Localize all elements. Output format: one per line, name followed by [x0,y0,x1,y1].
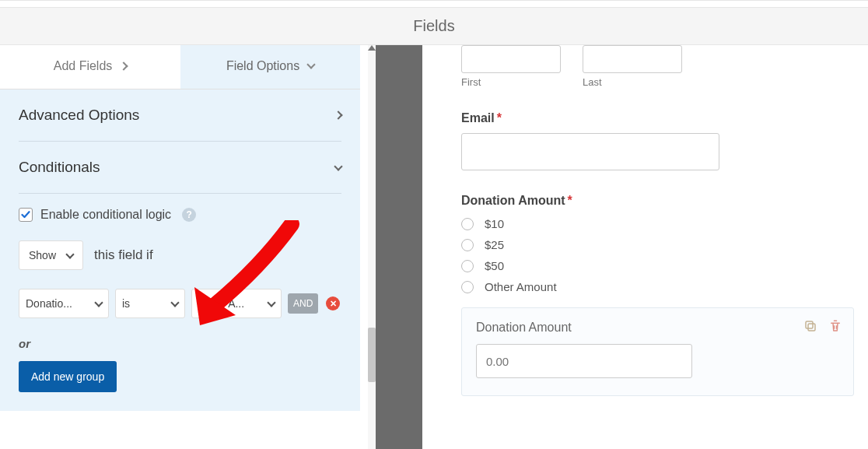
svg-rect-1 [806,321,813,328]
duplicate-icon[interactable] [803,319,817,333]
select-value: Other A... [198,297,244,310]
donation-options: $10 $25 $50 Other Amount [461,217,854,293]
select-value: is [122,297,130,310]
radio-option-other[interactable]: Other Amount [461,280,854,293]
tabs: Add Fields Field Options [0,45,360,89]
scroll-thumb[interactable] [368,328,376,382]
chevron-down-icon [94,298,103,307]
show-hide-select[interactable]: Show [19,240,83,270]
donation-amount-label: Donation Amount* [461,194,854,208]
chevron-down-icon [170,298,179,307]
rule-row: Donatio... is Other A... AND [19,289,341,318]
add-new-group-button[interactable]: Add new group [19,361,117,392]
chevron-down-icon [65,250,74,258]
check-icon [21,210,30,219]
radio-label: $25 [485,238,504,251]
top-bar [0,0,868,8]
card-actions [803,319,842,333]
chevron-right-icon [334,110,342,119]
last-name-label: Last [583,76,682,88]
required-asterisk: * [568,194,572,207]
field-options-body: Advanced Options Conditionals Enable con… [0,89,360,411]
preview-gutter [376,45,422,449]
enable-conditional-label: Enable conditional logic [40,208,171,222]
section-label: Advanced Options [19,107,139,124]
radio-label: Other Amount [485,280,557,293]
radio-icon [461,281,474,293]
show-suffix-text: this field if [94,247,153,263]
or-separator: or [19,337,341,350]
first-name-input[interactable] [461,45,561,73]
tab-add-fields[interactable]: Add Fields [0,45,180,89]
show-row: Show this field if [19,240,341,270]
radio-option-25[interactable]: $25 [461,238,854,251]
rule-field-select[interactable]: Donatio... [19,289,109,318]
scroll-up-icon [368,45,376,51]
section-advanced-options[interactable]: Advanced Options [19,89,341,142]
required-asterisk: * [497,111,502,125]
chevron-down-icon [306,60,315,68]
email-input[interactable] [461,133,719,170]
donation-amount-input[interactable] [476,344,692,378]
help-icon[interactable]: ? [182,208,196,222]
rule-value-select[interactable]: Other A... [191,289,282,318]
select-value: Show [29,249,56,261]
radio-icon [461,260,474,272]
radio-option-10[interactable]: $10 [461,217,854,230]
email-label: Email* [461,111,854,125]
radio-label: $10 [485,217,504,230]
last-name-input[interactable] [583,45,682,73]
select-value: Donatio... [26,297,72,310]
radio-icon [461,239,474,251]
chevron-right-icon [119,61,128,70]
svg-rect-0 [808,324,815,331]
section-conditionals[interactable]: Conditionals [19,142,341,194]
and-label: AND [293,298,313,309]
chevron-down-icon [334,162,342,170]
radio-label: $50 [485,259,504,272]
card-title: Donation Amount [476,321,839,335]
radio-icon [461,218,474,230]
left-panel-scrollbar[interactable] [368,45,376,449]
rule-operator-select[interactable]: is [115,289,185,318]
main: Add Fields Field Options Advanced Option… [0,45,868,449]
radio-option-50[interactable]: $50 [461,259,854,272]
left-panel: Add Fields Field Options Advanced Option… [0,45,368,449]
label-text: Donation Amount [461,194,565,207]
button-label: Add new group [31,370,104,383]
tab-label: Add Fields [54,59,113,72]
conditionals-body: Enable conditional logic ? Show this fie… [19,194,341,411]
tab-label: Field Options [226,59,299,72]
delete-rule-button[interactable]: ✕ [326,296,340,310]
add-rule-and-button[interactable]: AND [288,293,318,314]
page-title: Fields [413,17,454,35]
name-fields: First Last [461,45,854,88]
tab-field-options[interactable]: Field Options [180,45,361,89]
section-label: Conditionals [19,159,100,176]
label-text: Email [461,111,495,125]
chevron-down-icon [267,298,275,307]
enable-conditional-row: Enable conditional logic ? [19,208,341,222]
form-preview: First Last Email* Donation Amount* $10 [422,45,868,449]
donation-amount-field-card[interactable]: Donation Amount [461,307,854,396]
page-header: Fields [0,8,868,45]
first-name-label: First [461,76,561,88]
x-icon: ✕ [330,300,337,308]
enable-conditional-checkbox[interactable] [19,208,33,222]
trash-icon[interactable] [828,319,842,333]
